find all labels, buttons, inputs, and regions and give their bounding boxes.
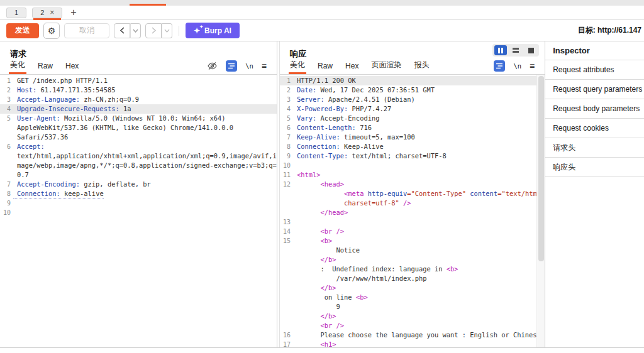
code-line[interactable]: 8Connection: keep-alive	[0, 189, 277, 198]
code-line[interactable]: 12 <head>	[280, 180, 545, 189]
scrollbar-thumb[interactable]	[538, 76, 544, 261]
settings-gear-button[interactable]: ⚙	[43, 23, 60, 39]
response-tab-headers[interactable]: 报头	[414, 60, 429, 74]
send-button[interactable]: 发送	[6, 23, 39, 38]
history-back-dropdown[interactable]	[130, 23, 141, 38]
code-line[interactable]: 3Accept-Language: zh-CN,zh;q=0.9	[0, 95, 277, 104]
code-line[interactable]: mage/webp,image/apng,*/*;q=0.8,applicati…	[0, 161, 277, 170]
newline-toggle-icon[interactable]: \n	[245, 62, 253, 70]
code-line[interactable]: /var/www/html/index.php	[280, 274, 545, 283]
session-tab-1[interactable]: 1	[6, 8, 26, 18]
close-tab-icon[interactable]: ×	[50, 9, 54, 16]
code-line[interactable]: 4X-Powered-By: PHP/7.4.27	[280, 104, 545, 114]
code-line[interactable]: </b>	[280, 312, 545, 321]
history-forward-dropdown[interactable]	[162, 23, 172, 38]
code-line[interactable]: charset=utf-8" />	[280, 198, 545, 208]
code-line[interactable]: 17 <h1>	[280, 340, 545, 347]
code-line[interactable]: </head>	[280, 208, 545, 217]
inspector-section-body-parameters[interactable]: Request body parameters	[545, 99, 644, 119]
code-line[interactable]: 14 <br />	[280, 227, 545, 236]
code-text: </b>	[293, 283, 336, 293]
code-line[interactable]: 10	[0, 208, 277, 217]
cancel-button[interactable]: 取消	[64, 23, 109, 38]
code-line[interactable]: 3Server: Apache/2.4.51 (Debian)	[280, 95, 545, 104]
code-line[interactable]: 5User-Agent: Mozilla/5.0 (Windows NT 10.…	[0, 114, 277, 123]
menu-icon[interactable]: ≡	[262, 62, 267, 70]
new-tab-button[interactable]: +	[70, 7, 76, 18]
eye-off-icon[interactable]	[207, 61, 218, 71]
pretty-print-icon[interactable]	[494, 60, 505, 72]
layout-single-button[interactable]	[525, 45, 537, 55]
code-line[interactable]: 9	[0, 198, 277, 208]
code-line[interactable]: </b>	[280, 283, 545, 293]
code-line[interactable]: Notice	[280, 246, 545, 255]
inspector-section-request-headers[interactable]: 请求头	[545, 138, 644, 158]
inspector-section-request-attributes[interactable]: Request attributes	[545, 60, 644, 80]
code-line[interactable]: 11<html>	[280, 170, 545, 180]
code-line[interactable]: 6Content-Length: 716	[280, 123, 545, 133]
code-line[interactable]: 10	[280, 161, 545, 170]
code-line[interactable]: 0.7	[0, 170, 277, 180]
code-line[interactable]: 16 Please choose the language you want :…	[280, 330, 545, 340]
code-line[interactable]: 1HTTP/1.1 200 OK	[280, 76, 545, 85]
code-line[interactable]: </b>	[280, 255, 545, 264]
code-line[interactable]: <br />	[280, 321, 545, 330]
code-line[interactable]: 7Keep-Alive: timeout=5, max=100	[280, 133, 545, 142]
request-tab-hex[interactable]: Hex	[65, 62, 79, 74]
code-text	[293, 217, 297, 227]
request-tab-pretty[interactable]: 美化	[10, 60, 25, 74]
code-line[interactable]: 13	[280, 217, 545, 227]
layout-rows-button[interactable]	[509, 45, 522, 55]
response-tab-raw[interactable]: Raw	[318, 62, 333, 74]
inspector-title: Inspector	[545, 41, 644, 60]
code-line[interactable]: <meta http-equiv="Content-Type" content=…	[280, 189, 545, 198]
inspector-section-cookies[interactable]: Request cookies	[545, 119, 644, 138]
menu-icon[interactable]: ≡	[530, 62, 535, 70]
response-code: 1HTTP/1.1 200 OK2Date: Wed, 17 Dec 2025 …	[280, 76, 545, 347]
pretty-print-icon[interactable]	[226, 60, 237, 72]
newline-toggle-icon[interactable]: \n	[513, 62, 521, 70]
scrollbar[interactable]	[536, 75, 545, 347]
code-text: Accept-Encoding: gzip, deflate, br	[13, 180, 151, 189]
line-number	[280, 283, 293, 293]
code-line[interactable]: 15 <b>	[280, 236, 545, 246]
response-tab-render[interactable]: 页面渲染	[371, 60, 401, 74]
repeater-main-area: 请求 美化 Raw Hex \n ≡ 1GET /index.php HTTP/…	[0, 41, 644, 348]
toolbar-divider	[179, 26, 179, 36]
code-line[interactable]: 7Accept-Encoding: gzip, deflate, br	[0, 180, 277, 189]
response-tab-hex[interactable]: Hex	[345, 62, 358, 74]
code-line[interactable]: 1GET /index.php HTTP/1.1	[0, 76, 277, 85]
code-text: <meta http-equiv="Content-Type" content=…	[293, 189, 545, 198]
response-editor[interactable]: 1HTTP/1.1 200 OK2Date: Wed, 17 Dec 2025 …	[280, 75, 545, 347]
code-line[interactable]: : Undefined index: language in <b>	[280, 264, 545, 274]
code-line[interactable]: text/html,application/xhtml+xml,applicat…	[0, 151, 277, 161]
code-text: HTTP/1.1 200 OK	[293, 76, 356, 85]
code-line[interactable]: 8Connection: Keep-Alive	[280, 142, 545, 151]
session-tab-2-label: 2	[40, 9, 44, 16]
burp-ai-button[interactable]: ✦✦ Burp AI	[186, 23, 240, 38]
chevron-down-icon	[133, 29, 138, 33]
code-line[interactable]: 5Vary: Accept-Encoding	[280, 114, 545, 123]
code-line[interactable]: 6Accept:	[0, 142, 277, 151]
code-text: text/html,application/xhtml+xml,applicat…	[13, 151, 277, 161]
history-forward-button[interactable]	[145, 23, 162, 38]
code-text	[13, 198, 17, 208]
response-tab-pretty[interactable]: 美化	[290, 60, 305, 74]
inspector-section-query-parameters[interactable]: Request query parameters	[545, 80, 644, 99]
code-line[interactable]: 9Content-Type: text/html; charset=UTF-8	[280, 151, 545, 161]
code-line[interactable]: 2Date: Wed, 17 Dec 2025 07:36:51 GMT	[280, 85, 545, 95]
request-editor[interactable]: 1GET /index.php HTTP/1.12Host: 61.147.17…	[0, 75, 277, 347]
history-back-button[interactable]	[114, 23, 130, 38]
code-line[interactable]: 9	[280, 302, 545, 312]
session-tab-2[interactable]: 2 ×	[32, 8, 62, 18]
code-line[interactable]: 2Host: 61.147.171.35:54585	[0, 85, 277, 95]
code-line[interactable]: 4Upgrade-Insecure-Requests: 1a	[0, 104, 277, 114]
code-line[interactable]: Safari/537.36	[0, 133, 277, 142]
line-number: 1	[0, 76, 13, 85]
inspector-section-response-headers[interactable]: 响应头	[545, 158, 644, 177]
code-text: <br />	[293, 321, 344, 330]
layout-columns-button[interactable]	[494, 45, 507, 55]
code-line[interactable]: on line <b>	[280, 293, 545, 302]
code-line[interactable]: AppleWebKit/537.36 (KHTML, like Gecko) C…	[0, 123, 277, 133]
request-tab-raw[interactable]: Raw	[38, 62, 53, 74]
